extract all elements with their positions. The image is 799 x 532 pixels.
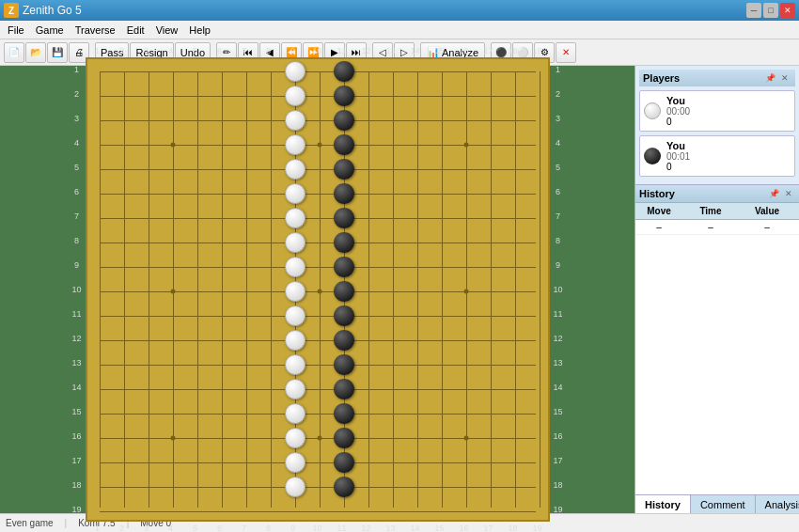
column-labels-bottom: 12345678910111213141516171819 <box>69 524 567 532</box>
stone-white <box>285 110 306 131</box>
maximize-button[interactable]: □ <box>763 3 778 18</box>
stone-black <box>334 232 354 253</box>
tab-analysis[interactable]: Analysis <box>756 495 799 513</box>
menu-view[interactable]: View <box>150 23 184 38</box>
history-title-bar: History 📌 ✕ <box>635 185 799 203</box>
col-label: 13 <box>379 46 403 55</box>
grid-line-h <box>100 487 536 488</box>
player2-info: You 00:01 0 <box>666 140 690 172</box>
stone-white <box>285 403 306 424</box>
menu-traverse[interactable]: Traverse <box>70 23 121 38</box>
stone-white <box>285 86 306 106</box>
row-label: 9 <box>550 253 567 277</box>
players-pin-button[interactable]: 📌 <box>763 71 776 85</box>
history-move-header: Move <box>635 205 682 217</box>
col-label: 8 <box>257 524 281 532</box>
star-point <box>317 289 321 294</box>
player1-info: You 00:00 0 <box>666 95 690 127</box>
grid-line-v <box>442 71 443 508</box>
stone-black <box>334 183 354 204</box>
col-label: 18 <box>501 46 525 55</box>
stone-black <box>334 134 354 155</box>
grid-line-v <box>540 71 540 508</box>
col-label: 15 <box>428 524 452 532</box>
new-button[interactable]: 📄 <box>4 42 24 63</box>
board-area: 12345678910111213141516171819 1234567891… <box>0 66 634 513</box>
col-label: 16 <box>452 46 477 55</box>
players-title-bar: Players 📌 ✕ <box>639 70 795 86</box>
stone-white <box>285 379 306 399</box>
col-label: 1 <box>86 46 110 55</box>
row-label: 14 <box>69 375 86 399</box>
history-cell-value: – <box>739 221 795 233</box>
row-labels-left: 12345678910111213141516171819 <box>69 57 86 522</box>
row-label: 1 <box>550 57 567 82</box>
minimize-button[interactable]: ─ <box>746 3 761 18</box>
players-close-button[interactable]: ✕ <box>778 71 791 85</box>
board-with-labels: 12345678910111213141516171819 1234567891… <box>69 57 567 522</box>
row-label: 8 <box>550 228 567 253</box>
right-panel: Players 📌 ✕ You 00:00 0 You <box>634 66 799 513</box>
grid-line-h <box>100 194 536 195</box>
bottom-tabs: HistoryCommentAnalysis <box>635 494 799 513</box>
col-label: 14 <box>403 46 428 55</box>
menu-game[interactable]: Game <box>30 23 70 38</box>
row-label: 17 <box>550 448 567 473</box>
stone-white <box>285 428 306 448</box>
menubar: FileGameTraverseEditViewHelp <box>0 21 799 39</box>
grid-line-v <box>124 71 125 508</box>
menu-file[interactable]: File <box>2 23 30 38</box>
grid-line-h <box>100 71 536 72</box>
save-button[interactable]: 💾 <box>47 42 68 63</box>
stone-white <box>285 330 306 351</box>
grid-line-h <box>100 365 536 366</box>
col-label: 5 <box>183 46 208 55</box>
stone-white <box>285 354 306 375</box>
row-label: 7 <box>550 204 567 228</box>
stone-black <box>334 379 354 399</box>
stone-black <box>334 61 354 82</box>
row-label: 8 <box>69 228 86 253</box>
col-label: 9 <box>281 524 306 532</box>
col-label: 10 <box>306 524 330 532</box>
grid-line-v <box>417 71 418 508</box>
grid-line-h <box>100 218 536 219</box>
col-label: 11 <box>330 524 354 532</box>
grid-line-h <box>100 96 536 97</box>
grid-line-h <box>100 340 536 341</box>
stone-white <box>285 159 306 180</box>
row-label: 18 <box>69 473 86 497</box>
row-label: 12 <box>69 326 86 351</box>
col-label: 15 <box>428 46 452 55</box>
col-label: 17 <box>477 46 501 55</box>
history-close-button[interactable]: ✕ <box>782 187 795 200</box>
tab-history[interactable]: History <box>635 495 691 513</box>
col-label: 1 <box>86 524 110 532</box>
player1-time: 00:00 <box>666 106 690 117</box>
grid-line-h <box>100 169 536 170</box>
grid-line-h <box>100 389 536 390</box>
row-label: 9 <box>69 253 86 277</box>
close-button[interactable]: ✕ <box>780 3 795 18</box>
row-label: 16 <box>69 424 86 448</box>
col-label: 4 <box>159 524 183 532</box>
tab-comment[interactable]: Comment <box>691 495 756 513</box>
col-label: 12 <box>354 524 379 532</box>
col-label: 13 <box>379 524 403 532</box>
open-button[interactable]: 📂 <box>25 42 46 63</box>
player1-stone <box>644 102 661 119</box>
stone-black <box>334 354 354 375</box>
window-controls: ─ □ ✕ <box>746 3 795 18</box>
row-label: 18 <box>550 473 567 497</box>
row-label: 6 <box>69 180 86 204</box>
player1-name: You <box>666 95 690 106</box>
go-board[interactable] <box>86 57 550 522</box>
row-label: 3 <box>550 106 567 131</box>
stone-black <box>334 159 354 180</box>
row-label: 15 <box>550 399 567 424</box>
menu-help[interactable]: Help <box>183 23 216 38</box>
col-label: 12 <box>354 46 379 55</box>
history-pin-button[interactable]: 📌 <box>767 187 780 200</box>
menu-edit[interactable]: Edit <box>121 23 150 38</box>
grid-line-v <box>515 71 516 508</box>
